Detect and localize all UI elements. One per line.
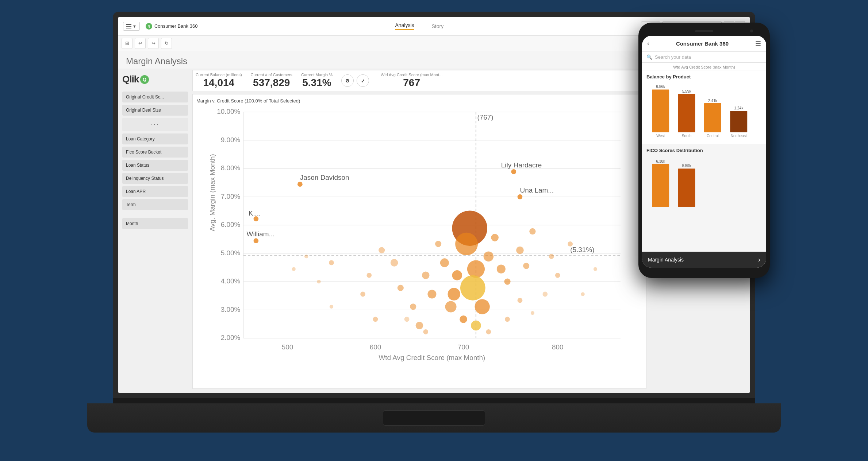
svg-text:South: South [682, 134, 692, 138]
kpi-settings-button[interactable]: ⚙ [341, 74, 354, 87]
kpi-balance-label: Current Balance (millions) [196, 73, 242, 77]
svg-point-64 [292, 267, 295, 271]
filter-ellipsis[interactable]: ··· [122, 118, 188, 131]
filter-panel: Qlik Q Original Credit Sc... Original De… [122, 70, 188, 389]
filter-original-credit[interactable]: Original Credit Sc... [122, 92, 188, 102]
center-panel: Current Balance (millions) 14,014 Curren… [192, 70, 646, 389]
filter-delinquency[interactable]: Delinquency Status [122, 173, 188, 184]
kpi-credit-score: Wtd Avg Credit Score (max Mont... 767 [381, 73, 442, 89]
mobile-fico-section: FICO Scores Distribution 6.38k 5.59k [642, 144, 766, 252]
tab-story[interactable]: Story [432, 23, 444, 29]
svg-point-83 [253, 216, 258, 221]
svg-text:700: 700 [458, 343, 469, 351]
svg-text:(767): (767) [477, 113, 493, 121]
laptop-base [87, 403, 781, 433]
mobile-search-icon: 🔍 [646, 54, 652, 60]
mobile-camera [750, 30, 753, 32]
svg-point-77 [297, 182, 303, 187]
mobile-speaker [695, 30, 713, 32]
filter-loan-status[interactable]: Loan Status [122, 160, 188, 171]
mobile-menu-button[interactable]: ☰ [755, 40, 761, 48]
tab-analysis[interactable]: Analysis [395, 22, 414, 30]
svg-point-52 [410, 303, 416, 310]
hamburger-button[interactable]: ▼ [123, 22, 140, 31]
svg-point-70 [423, 329, 428, 334]
svg-point-32 [467, 260, 485, 278]
svg-point-68 [404, 317, 410, 322]
kpi-balance-value: 14,014 [203, 77, 234, 89]
mobile-bottom-title: Margin Analysis [648, 257, 684, 263]
filter-month[interactable]: Month [122, 218, 188, 229]
filter-loan-apr[interactable]: Loan APR [122, 186, 188, 197]
svg-text:1.24k: 1.24k [734, 106, 744, 110]
svg-text:Northeast: Northeast [731, 134, 747, 138]
svg-point-47 [435, 241, 441, 247]
svg-text:Lily Hardacre: Lily Hardacre [501, 161, 542, 169]
mobile-balance-svg: 6.86k 5.59k 2.41k 1.24k West South Centr… [646, 82, 762, 139]
svg-text:2.00%: 2.00% [221, 334, 241, 341]
svg-text:600: 600 [370, 343, 381, 351]
svg-point-31 [455, 233, 478, 255]
mobile-notch [642, 26, 766, 36]
laptop-trackpad [383, 410, 485, 426]
laptop-body: ▼ Q Consumer Bank 360 Analysis Story [87, 12, 781, 449]
kpi-row: Current Balance (millions) 14,014 Curren… [192, 70, 646, 91]
svg-point-75 [542, 292, 548, 297]
svg-text:(5.31%): (5.31%) [570, 246, 594, 253]
svg-text:500: 500 [282, 343, 293, 351]
filter-original-deal[interactable]: Original Deal Size [122, 105, 188, 116]
expand-button[interactable]: ⊞ [122, 38, 132, 49]
filter-term[interactable]: Term [122, 199, 188, 210]
svg-text:5.59k: 5.59k [682, 89, 692, 93]
svg-text:Jason Davidson: Jason Davidson [300, 174, 349, 181]
qlik-logo-q: Q [140, 75, 149, 84]
svg-point-45 [427, 290, 436, 298]
svg-point-34 [475, 299, 490, 314]
redo-button[interactable]: ↪ [148, 38, 159, 49]
hamburger-dropdown-icon: ▼ [132, 24, 137, 28]
svg-point-37 [448, 288, 460, 300]
svg-point-50 [529, 228, 535, 235]
refresh-button[interactable]: ↻ [161, 38, 172, 49]
svg-point-56 [366, 273, 372, 278]
svg-point-40 [484, 251, 494, 262]
mobile-fico-svg: 6.38k 5.59k [646, 156, 762, 214]
svg-point-42 [497, 265, 506, 274]
mobile-bottom-arrow[interactable]: › [758, 256, 760, 264]
svg-point-67 [373, 317, 378, 322]
svg-text:4.00%: 4.00% [221, 277, 241, 285]
svg-point-36 [460, 315, 467, 323]
undo-button[interactable]: ↩ [135, 38, 146, 49]
svg-text:Wtd Avg Credit Score (max Mont: Wtd Avg Credit Score (max Month) [379, 354, 485, 361]
app-logo-dot: Q [146, 23, 152, 30]
svg-point-65 [581, 292, 584, 296]
mobile-screen: ‹ Consumer Bank 360 ☰ 🔍 Search your data… [642, 36, 766, 268]
kpi-customers-value: 537,829 [253, 77, 290, 89]
svg-text:5.00%: 5.00% [221, 249, 241, 257]
svg-text:800: 800 [552, 343, 564, 351]
svg-point-66 [594, 267, 597, 271]
svg-text:6.86k: 6.86k [656, 85, 665, 89]
svg-point-39 [440, 258, 449, 267]
kpi-customers: Current # of Customers 537,829 [251, 73, 292, 89]
svg-text:3.00%: 3.00% [221, 306, 241, 313]
mobile-fico-title: FICO Scores Distribution [646, 148, 762, 153]
mobile-back-button[interactable]: ‹ [647, 40, 649, 47]
kpi-controls: ⚙ ⤢ [341, 74, 369, 87]
kpi-margin-label: Current Margin % [301, 73, 333, 77]
svg-rect-102 [652, 89, 669, 132]
mobile-search-placeholder[interactable]: Search your data [655, 54, 691, 60]
mobile-balance-section: Balance by Product 6.86k 5.59k 2.41k 1.2… [642, 70, 766, 144]
svg-point-69 [330, 305, 333, 309]
filter-fico-score[interactable]: Fico Score Bucket [122, 147, 188, 158]
mobile-bottom-bar: Margin Analysis › [642, 252, 766, 268]
scatter-chart-title: Margin v. Credit Score (100.0% of Total … [196, 98, 642, 104]
filter-loan-category[interactable]: Loan Category [122, 133, 188, 144]
svg-point-58 [549, 254, 554, 259]
svg-text:Avg. Margin (max Month): Avg. Margin (max Month) [208, 154, 216, 231]
svg-text:K....: K.... [249, 209, 261, 217]
nav-tabs: Analysis Story [201, 22, 637, 30]
svg-text:5.59k: 5.59k [682, 164, 692, 168]
kpi-expand-button[interactable]: ⤢ [357, 74, 369, 87]
hamburger-icon [126, 24, 131, 28]
